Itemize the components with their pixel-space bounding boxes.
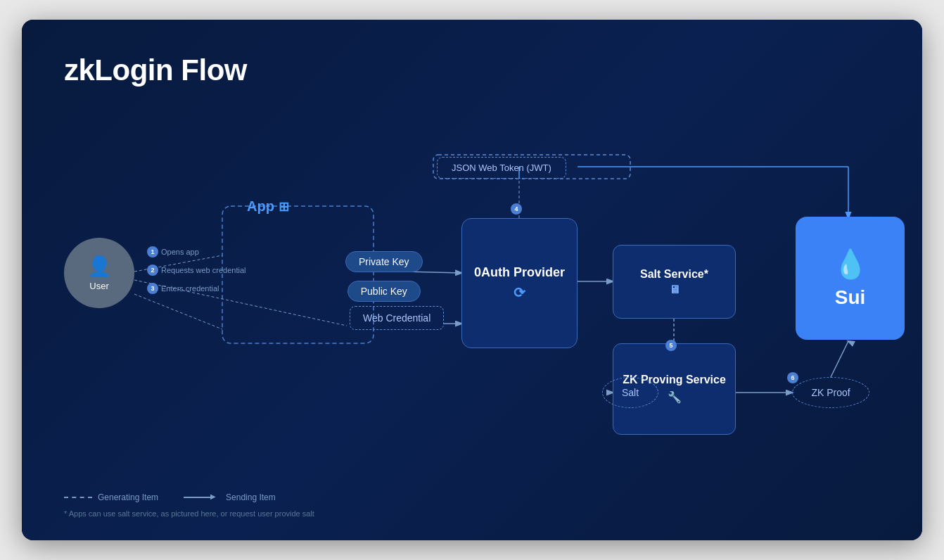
salt-service-box: Salt Service* 🖥 [613,245,736,319]
svg-line-3 [134,294,222,329]
legend-solid-line [184,497,212,498]
web-credential-box: Web Credential [350,306,444,330]
step4-circle: 4 [511,203,522,215]
footnote: * Apps can use salt service, as pictured… [64,509,314,518]
salt-service-label: Salt Service* [640,268,708,281]
legend-sending-label: Sending Item [226,492,276,502]
svg-line-13 [831,341,848,377]
key-pills-container: Private Key Public Key [345,248,423,305]
sui-box: 💧 Sui [796,217,905,340]
main-card: zkLogin Flow [22,20,922,540]
step3-circle: 3 [147,283,158,294]
page-title: zkLogin Flow [64,53,247,87]
app-label: App ⊞ [247,198,289,215]
legend-generating: Generating Item Sending Item [64,492,276,502]
step3-label: 3 Enters credential [147,283,219,294]
user-node: 👤 User [64,238,134,308]
salt-ellipse: Salt [602,377,658,408]
step5-area: 5 [665,338,677,351]
sui-logo-icon: 💧 [833,248,868,281]
zk-proof-ellipse: ZK Proof [792,377,869,408]
diagram-background: zkLogin Flow [22,20,922,540]
salt-service-icon: 🖥 [669,284,680,296]
zk-proving-icon: 🔧 [668,390,682,405]
legend: Generating Item Sending Item [64,492,276,507]
oauth-box: 0Auth Provider ⟳ [461,218,578,348]
sui-label: Sui [835,286,866,309]
user-label: User [89,281,108,291]
legend-dashed-line [64,497,92,498]
jwt-box: JSON Web Token (JWT) [437,157,566,179]
step5-circle: 5 [665,340,677,351]
step2-circle: 2 [147,265,158,276]
legend-generating-label: Generating Item [98,492,158,502]
app-icon: ⊞ [279,199,289,215]
step6-area: 6 [787,370,798,383]
public-key-pill: Public Key [347,281,421,302]
oauth-icon: ⟳ [514,284,525,302]
private-key-pill: Private Key [345,251,423,272]
step2-label: 2 Requests web credential [147,265,245,276]
step1-label: 1 Opens app [147,246,199,257]
step3-text: Enters credential [161,284,219,293]
oauth-label: 0Auth Provider [474,265,565,281]
step6-circle: 6 [787,372,798,383]
step1-circle: 1 [147,246,158,257]
step1-text: Opens app [161,248,199,256]
app-text: App [247,198,274,215]
step4-area: 4 [511,201,522,215]
user-icon: 👤 [87,255,112,278]
step2-text: Requests web credential [161,266,245,274]
